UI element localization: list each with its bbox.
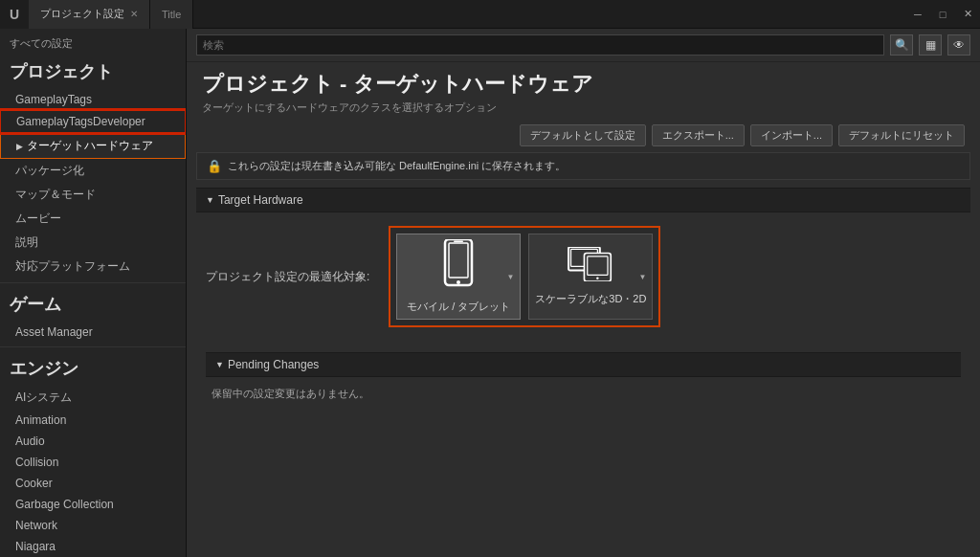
arrow-icon: ▶ — [16, 142, 23, 151]
tab-project-settings[interactable]: プロジェクト設定 ✕ — [29, 0, 150, 29]
svg-rect-3 — [454, 241, 463, 243]
divider — [0, 346, 186, 347]
target-hardware-content: プロジェクト設定の最適化対象: モバイル / タブレット ▼ — [196, 216, 970, 337]
sidebar: すべての設定 プロジェクト GameplayTags GameplayTagsD… — [0, 29, 187, 557]
main-layout: すべての設定 プロジェクト GameplayTags GameplayTagsD… — [0, 29, 980, 557]
sidebar-item-label: Animation — [15, 413, 66, 427]
sidebar-item-assetmanager[interactable]: Asset Manager — [0, 322, 186, 343]
sidebar-item-mapsmode[interactable]: マップ＆モード — [0, 183, 186, 207]
pending-text: 保留中の設定変更はありません。 — [212, 388, 369, 399]
sidebar-item-label: Niagara — [15, 540, 56, 553]
page-subtitle: ターゲットにするハードウェアのクラスを選択するオプション — [202, 100, 965, 115]
sidebar-item-label: Collision — [15, 456, 58, 469]
sidebar-item-label: Asset Manager — [15, 325, 93, 339]
svg-point-2 — [457, 280, 460, 284]
close-icon[interactable]: ✕ — [130, 9, 138, 19]
sidebar-item-description[interactable]: 説明 — [0, 231, 186, 255]
target-hardware-section-header[interactable]: ▼ Target Hardware — [196, 188, 970, 212]
export-button[interactable]: エクスポート... — [652, 124, 745, 146]
info-bar: 🔒 これらの設定は現在書き込み可能な DefaultEngine.ini に保存… — [196, 152, 970, 180]
svg-point-8 — [596, 278, 598, 279]
maximize-button[interactable]: □ — [930, 0, 955, 29]
sidebar-item-garbagecollection[interactable]: Garbage Collection — [0, 494, 186, 515]
sidebar-item-label: 説明 — [15, 234, 38, 251]
tab-label: プロジェクト設定 — [40, 7, 124, 21]
hw-button-mobile[interactable]: モバイル / タブレット ▼ — [396, 234, 521, 320]
sidebar-item-network[interactable]: Network — [0, 515, 186, 536]
sidebar-item-label: Cooker — [15, 477, 53, 490]
collapse-arrow-icon: ▼ — [215, 360, 224, 369]
sidebar-item-gameplaytagsdeveloper[interactable]: GameplayTagsDeveloper — [0, 110, 186, 133]
section-title: Pending Changes — [228, 358, 319, 371]
minimize-button[interactable]: ─ — [905, 0, 930, 29]
sidebar-item-label: パッケージ化 — [15, 163, 84, 179]
sidebar-item-label: Audio — [15, 434, 45, 448]
category-project: プロジェクト — [0, 55, 186, 89]
page-title: プロジェクト - ターゲットハードウェア — [202, 70, 965, 99]
all-settings-link[interactable]: すべての設定 — [0, 29, 186, 55]
sidebar-item-label: 対応プラットフォーム — [15, 258, 130, 275]
grid-view-button[interactable]: ▦ — [919, 34, 942, 56]
hw-button-scalable-label: スケーラブルな3D・2D — [535, 292, 646, 306]
info-text: これらの設定は現在書き込み可能な DefaultEngine.ini に保存され… — [228, 159, 566, 173]
info-icon: 🔒 — [207, 159, 222, 173]
optimization-label: プロジェクト設定の最適化対象: — [206, 269, 369, 285]
search-input[interactable] — [196, 34, 884, 56]
dropdown-arrow-icon: ▼ — [638, 273, 646, 281]
sidebar-item-collision[interactable]: Collision — [0, 452, 186, 473]
pending-changes-section: ▼ Pending Changes 保留中の設定変更はありません。 — [196, 345, 970, 407]
sidebar-item-label: ムービー — [15, 211, 61, 227]
tab-label: Title — [162, 9, 181, 20]
content-area: 🔍 ▦ 👁 プロジェクト - ターゲットハードウェア ターゲットにするハードウェ… — [187, 29, 980, 557]
import-button[interactable]: インポート... — [750, 124, 833, 146]
sidebar-item-movies[interactable]: ムービー — [0, 207, 186, 231]
search-bar: 🔍 ▦ 👁 — [187, 29, 980, 62]
sidebar-item-label: AIシステム — [15, 390, 72, 406]
hw-button-mobile-label: モバイル / タブレット — [407, 300, 510, 314]
sidebar-item-cooker[interactable]: Cooker — [0, 473, 186, 494]
svg-rect-1 — [449, 243, 468, 278]
hardware-buttons-group: モバイル / タブレット ▼ — [389, 226, 660, 327]
sidebar-item-niagara[interactable]: Niagara — [0, 536, 186, 557]
phone-icon — [441, 239, 476, 292]
close-button[interactable]: ✕ — [955, 0, 980, 29]
ue-logo: U — [0, 0, 29, 29]
sidebar-item-label: Network — [15, 519, 57, 532]
sidebar-item-label: GameplayTags — [15, 93, 92, 106]
category-engine: エンジン — [0, 351, 186, 386]
sidebar-item-label: ターゲットハードウェア — [27, 138, 153, 154]
toolbar: デフォルトとして設定 エクスポート... インポート... デフォルトにリセット — [187, 119, 980, 152]
page-header: プロジェクト - ターゲットハードウェア ターゲットにするハードウェアのクラスを… — [187, 62, 980, 119]
tab-title[interactable]: Title — [150, 0, 193, 29]
set-default-button[interactable]: デフォルトとして設定 — [520, 124, 646, 146]
pending-changes-header[interactable]: ▼ Pending Changes — [206, 352, 961, 377]
sidebar-item-gameplaytags[interactable]: GameplayTags — [0, 89, 186, 110]
section-title: Target Hardware — [218, 193, 303, 207]
monitor-icon — [568, 247, 613, 284]
search-button[interactable]: 🔍 — [890, 34, 913, 56]
pending-content: 保留中の設定変更はありません。 — [196, 381, 970, 407]
sidebar-item-packaging[interactable]: パッケージ化 — [0, 159, 186, 183]
sidebar-item-platforms[interactable]: 対応プラットフォーム — [0, 255, 186, 278]
divider — [0, 282, 186, 283]
collapse-arrow-icon: ▼ — [206, 195, 214, 205]
sidebar-item-audio[interactable]: Audio — [0, 431, 186, 452]
sidebar-item-targethardware[interactable]: ▶ ターゲットハードウェア — [0, 133, 186, 159]
dropdown-arrow-icon: ▼ — [506, 273, 514, 281]
category-game: ゲーム — [0, 287, 186, 322]
window-controls: ─ □ ✕ — [905, 0, 980, 29]
sidebar-item-label: Garbage Collection — [15, 498, 114, 511]
hw-button-scalable[interactable]: スケーラブルな3D・2D ▼ — [528, 234, 653, 320]
sidebar-item-label: GameplayTagsDeveloper — [16, 115, 145, 128]
sidebar-item-animation[interactable]: Animation — [0, 410, 186, 431]
eye-button[interactable]: 👁 — [947, 34, 970, 56]
title-bar: U プロジェクト設定 ✕ Title ─ □ ✕ — [0, 0, 980, 29]
sidebar-item-aisystem[interactable]: AIシステム — [0, 386, 186, 410]
reset-default-button[interactable]: デフォルトにリセット — [838, 124, 965, 146]
sidebar-item-label: マップ＆モード — [15, 187, 96, 203]
